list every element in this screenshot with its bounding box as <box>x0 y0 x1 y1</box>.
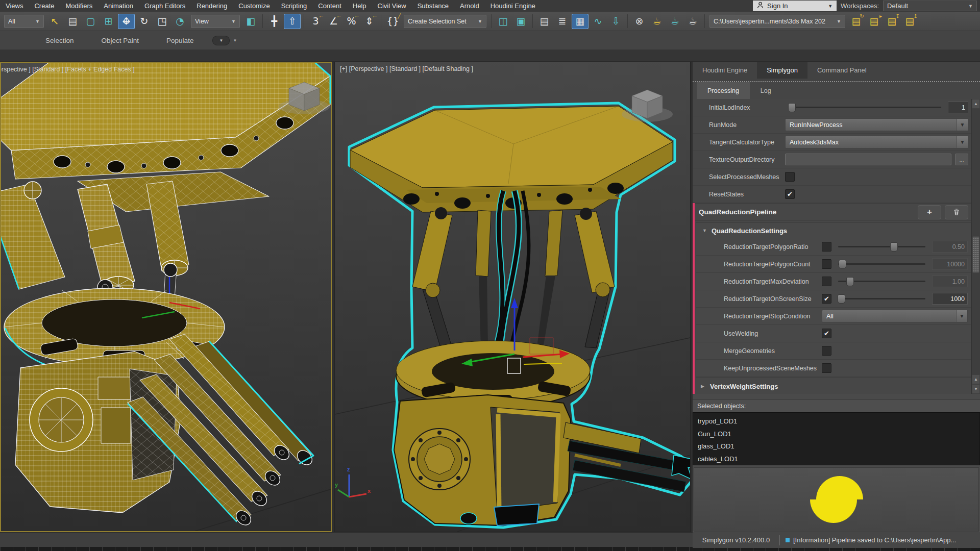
scroll-up-button[interactable]: ▲ <box>972 99 980 109</box>
sign-in-button[interactable]: Sign In ▼ <box>753 1 837 11</box>
reductiontargetonscreensize-checkbox[interactable]: ✔ <box>822 294 831 304</box>
ribbon-tab-populate[interactable]: Populate <box>153 31 207 49</box>
reductiontargetmaxdeviation-slider[interactable] <box>838 281 925 282</box>
mergegeometries-checkbox[interactable] <box>822 346 831 356</box>
spinner-snap-icon[interactable]: ⇕⌐ <box>361 14 378 29</box>
ribbon-tab-selection[interactable]: Selection <box>32 31 88 49</box>
tangentcalculatortype-dropdown[interactable]: Autodesk3dsMax▼ <box>785 136 968 148</box>
project-folder-field[interactable]: C:\Users\jespertin...ments\3ds Max 202▼ <box>709 15 845 28</box>
runmode-dropdown[interactable]: RunInNewProcess▼ <box>785 118 968 131</box>
menu-help[interactable]: Help <box>347 0 372 12</box>
selectprocessedmeshes-checkbox[interactable] <box>785 172 795 182</box>
reductiontargetpolygoncount-value[interactable]: 10000 <box>932 258 968 270</box>
list-item-trypod-lod1[interactable]: trypod_LOD1 <box>698 415 979 428</box>
tab-log[interactable]: Log <box>750 82 782 99</box>
material-editor-icon[interactable]: ☕ <box>649 14 666 29</box>
curve-editor-icon[interactable]: ∿ <box>590 14 606 29</box>
expand-triangle-icon[interactable]: ▶ <box>701 384 710 389</box>
reductiontargetpolygonratio-checkbox[interactable] <box>822 242 831 252</box>
select-object-icon[interactable]: ↖ <box>46 14 63 29</box>
layer-explorer-icon[interactable]: ▤ <box>536 14 553 29</box>
import-scene-icon[interactable]: ▤↧ <box>884 14 900 29</box>
select-by-name-icon[interactable]: ▤ <box>64 14 81 29</box>
add-pipeline-button[interactable]: + <box>918 205 941 219</box>
delete-pipeline-button[interactable] <box>945 205 968 219</box>
list-item-gun-lod1[interactable]: Gun_LOD1 <box>698 428 979 441</box>
initiallodindex-value[interactable]: 1 <box>948 102 968 113</box>
group-vertexweightsettings[interactable]: ▶ VertexWeightSettings <box>695 379 971 394</box>
window-crossing-selection-icon[interactable]: ⊞ <box>100 14 117 29</box>
panel-tab-houdini-engine[interactable]: Houdini Engine <box>693 62 757 79</box>
maxscript-listener-icon[interactable]: {}╱ <box>384 14 401 29</box>
menu-houdini-engine[interactable]: Houdini Engine <box>485 0 541 12</box>
slider-handle[interactable] <box>839 260 846 269</box>
list-item-cables-lod1[interactable]: cables_LOD1 <box>698 453 979 466</box>
menu-arnold[interactable]: Arnold <box>454 0 485 12</box>
reference-coordinate-dropdown[interactable]: View▼ <box>191 15 240 28</box>
workspace-dropdown[interactable]: Default ▼ <box>883 1 977 11</box>
slider-handle[interactable] <box>846 277 854 286</box>
menu-create[interactable]: Create <box>29 0 60 12</box>
reductiontargetmaxdeviation-checkbox[interactable] <box>822 277 831 286</box>
textureoutputdirectory-input[interactable] <box>785 154 951 165</box>
panel-scrollbar[interactable]: ▲ ▲ ▼ <box>971 99 980 394</box>
panel-tab-command-panel[interactable]: Command Panel <box>807 62 876 79</box>
selection-filter-dropdown[interactable]: All▼ <box>4 15 44 28</box>
viewport-left[interactable]: [Perspective ] [Standard ] [Facets + Edg… <box>0 62 332 532</box>
chevron-down-icon[interactable]: ▼ <box>233 38 237 43</box>
list-item-glass-lod1[interactable]: glass_LOD1 <box>698 440 979 453</box>
snap-toggle-3d-icon[interactable]: 3⌐ <box>307 14 324 29</box>
menu-animation[interactable]: Animation <box>98 0 139 12</box>
slider-handle[interactable] <box>788 103 796 112</box>
select-and-move-icon[interactable]: ↔↕ <box>118 14 135 29</box>
select-and-place-icon[interactable]: ◔ <box>172 14 188 29</box>
initiallodindex-slider[interactable] <box>788 107 941 108</box>
panel-drag-handle[interactable] <box>693 79 980 82</box>
reductiontargetpolygonratio-value[interactable]: 0.50 <box>932 241 968 253</box>
menu-graph-editors[interactable]: Graph Editors <box>139 0 191 12</box>
scroll-up-button-2[interactable]: ▲ <box>972 374 980 384</box>
reductiontargetpolygonratio-slider[interactable] <box>838 246 925 247</box>
ribbon-toggle-icon[interactable]: ▦ <box>572 14 589 29</box>
menu-content[interactable]: Content <box>312 0 347 12</box>
link-bind-icon[interactable]: ⊗ <box>631 14 648 29</box>
reductiontargetmaxdeviation-value[interactable]: 1.00 <box>932 276 968 287</box>
select-and-manipulate-icon[interactable]: ╋ <box>266 14 283 29</box>
tab-processing[interactable]: Processing <box>697 82 750 99</box>
reductiontargetpolygoncount-slider[interactable] <box>838 263 925 265</box>
selection-set-field[interactable]: Create Selection Set▼ <box>404 15 486 28</box>
usewelding-checkbox[interactable]: ✔ <box>822 329 831 338</box>
rectangular-selection-region-icon[interactable]: ▢ <box>82 14 99 29</box>
viewport-right[interactable]: [+] [Perspective ] [Standard ] [Default … <box>334 62 691 532</box>
angle-snap-icon[interactable]: ∠⌐ <box>325 14 342 29</box>
ribbon-config-icon[interactable]: ▼ <box>212 36 230 45</box>
keyboard-shortcut-override-icon[interactable]: ⇧ <box>284 14 301 29</box>
select-and-scale-icon[interactable]: ◳ <box>154 14 170 29</box>
menu-modifiers[interactable]: Modifiers <box>60 0 98 12</box>
schematic-view-icon[interactable]: ⇩ <box>607 14 624 29</box>
percent-snap-icon[interactable]: %⌐ <box>343 14 360 29</box>
reductiontargetonscreensize-value[interactable]: 1000 <box>932 293 968 305</box>
reductiontargetpolygoncount-checkbox[interactable] <box>822 259 831 269</box>
menu-views[interactable]: Views <box>0 0 29 12</box>
scene-scripts-icon[interactable]: ▤↻ <box>848 14 865 29</box>
slider-handle[interactable] <box>890 242 898 252</box>
group-quadreductionsettings[interactable]: ▼ QuadReductionSettings <box>696 223 971 238</box>
viewport-left-scene[interactable] <box>1 63 331 531</box>
scroll-thumb[interactable] <box>972 236 979 273</box>
align-icon[interactable]: ▣ <box>512 14 529 29</box>
panel-tab-simplygon[interactable]: Simplygon <box>757 62 807 79</box>
viewport-left-label[interactable]: [Perspective ] [Standard ] [Facets + Edg… <box>0 66 135 73</box>
select-and-rotate-icon[interactable]: ↻ <box>136 14 153 29</box>
keepunprocessedscenemeshes-checkbox[interactable] <box>822 363 831 373</box>
viewport-right-label[interactable]: [+] [Perspective ] [Standard ] [Default … <box>340 65 473 72</box>
menu-civil-view[interactable]: Civil View <box>372 0 412 12</box>
scroll-down-button[interactable]: ▼ <box>972 384 980 394</box>
menu-rendering[interactable]: Rendering <box>191 0 233 12</box>
mirror-icon[interactable]: ◫ <box>495 14 511 29</box>
open-project-folder-icon[interactable]: ▤▸ <box>866 14 883 29</box>
reductiontargetstopcondition-dropdown[interactable]: All▼ <box>822 310 968 322</box>
collapse-triangle-icon[interactable]: ▼ <box>702 228 712 233</box>
viewport-right-scene[interactable]: z y x <box>335 62 690 532</box>
menu-scripting[interactable]: Scripting <box>276 0 313 12</box>
